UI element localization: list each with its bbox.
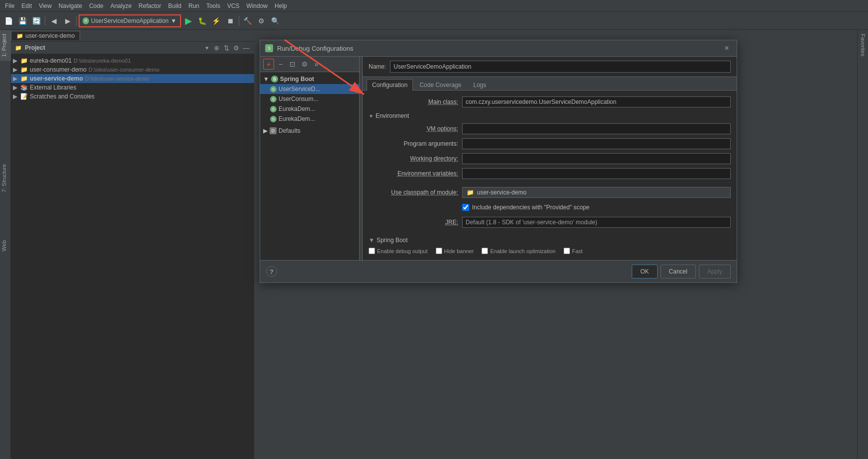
project-window-tab[interactable]: 📁 user-service-demo [11,31,80,40]
tree-item-user-consumer[interactable]: ▶ 📁 user-consumer-demo D:\idea\user-cons… [11,65,254,74]
apply-button[interactable]: Apply [699,265,731,278]
settings-icon[interactable]: ⊕ [212,44,220,52]
toolbar-forward[interactable]: ▶ [61,14,74,27]
program-args-input[interactable] [462,138,731,149]
sidebar-tab-web[interactable]: Web [0,236,11,255]
toolbar-coverage[interactable]: ⚡ [210,14,223,27]
tree-item-external-libs[interactable]: ▶ 📚 External Libraries [11,83,254,92]
config-item-eurekademo1[interactable]: S EurekaDem... [260,104,359,114]
fast-cb-item: Fast [564,248,582,254]
menu-window[interactable]: Window [243,1,271,10]
config-item-label-3: EurekaDem... [279,105,315,112]
toolbar-separator-3 [239,16,239,26]
module-icon: 📁 [467,189,474,196]
enable-launch-checkbox[interactable] [482,248,488,254]
spring-boot-section-header[interactable]: ▼ Spring Boot [369,234,731,246]
dialog-close-button[interactable]: × [722,43,732,53]
dialog-footer: ? OK Cancel Apply [260,260,737,282]
tree-item-eureka-demo01[interactable]: ▶ 📁 eureka-demo01 D:\idea\eureka-demo01 [11,56,254,65]
menu-navigate[interactable]: Navigate [56,1,85,10]
help-button[interactable]: ? [266,266,277,277]
toolbar-sync[interactable]: 🔄 [30,14,43,27]
env-vars-input[interactable] [462,168,731,179]
form-row-env-vars: Environment variables: [369,166,731,181]
gear-icon[interactable]: ⚙ [232,44,240,52]
main-layout: 1: Project 7: Structure Web 📁 user-servi… [0,30,868,459]
spring-boot-icon: S [83,17,89,24]
run-config-dropdown[interactable]: S UserServiceDemoApplication ▼ [79,14,181,27]
hide-banner-checkbox[interactable] [436,248,442,254]
more-options-button[interactable]: » [311,59,322,70]
config-item-eurekademo2[interactable]: S EurekaDem... [260,114,359,124]
classpath-module-value[interactable]: 📁 user-service-demo [462,187,731,198]
menu-vcs[interactable]: VCS [224,1,243,10]
toolbar-build[interactable]: 🔨 [241,14,254,27]
run-config-name: UserServiceDemoApplication [91,17,169,24]
config-toolbar: + − ⊡ ⚙ » [260,57,359,72]
window-tab-bar: 📁 user-service-demo [11,30,254,42]
toolbar-back[interactable]: ◀ [47,14,60,27]
copy-config-button[interactable]: ⊡ [287,59,298,70]
cancel-button[interactable]: Cancel [661,265,696,278]
tree-arrow-4: ▶ [13,84,20,91]
toolbar-new[interactable]: 📄 [2,14,15,27]
folder-icon-1: 📁 [20,57,28,64]
tree-arrow-1: ▶ [13,57,20,64]
menu-help[interactable]: Help [272,1,290,10]
enable-debug-label: Enable debug output [377,248,428,254]
classpath-label: Use classpath of module: [369,189,458,196]
name-input[interactable] [390,61,731,73]
include-deps-checkbox[interactable] [462,204,469,211]
name-row: Name: [363,57,737,77]
tab-code-coverage[interactable]: Code Coverage [414,79,467,91]
program-args-label: Program arguments: [369,140,458,147]
settings-config-button[interactable]: ⚙ [299,59,310,70]
toolbar-run-anything[interactable]: 🔍 [269,14,282,27]
toolbar-save[interactable]: 💾 [16,14,29,27]
main-class-input[interactable] [462,96,731,107]
sidebar-tab-structure[interactable]: 7: Structure [0,160,11,196]
working-dir-input[interactable] [462,153,731,164]
tree-label-service: user-service-demo [30,75,83,82]
environment-section-header[interactable]: ▼ Environment [369,109,731,121]
menu-tools[interactable]: Tools [203,1,223,10]
toolbar-stop[interactable]: ⏹ [224,14,237,27]
sidebar-tab-project[interactable]: 1: Project [0,30,11,61]
menu-code[interactable]: Code [86,1,106,10]
favorites-tab[interactable]: Favorites [859,30,867,60]
ok-button[interactable]: OK [632,265,657,278]
run-debug-dialog: S Run/Debug Configurations × + − ⊡ ⚙ » [260,40,737,283]
menu-refactor[interactable]: Refactor [136,1,164,10]
menu-edit[interactable]: Edit [18,1,35,10]
menu-file[interactable]: File [2,1,17,10]
vm-options-input[interactable] [462,123,731,134]
spring-boot-group[interactable]: ▼ S Spring Boot [260,74,359,84]
config-item-userservice[interactable]: S UserServiceD... [260,84,359,94]
menu-view[interactable]: View [36,1,55,10]
folder-tab-icon: 📁 [16,33,23,39]
toolbar-separator-2 [76,16,77,26]
add-config-button[interactable]: + [263,59,274,70]
collapse-icon[interactable]: — [242,44,250,52]
menu-analyze[interactable]: Analyze [107,1,135,10]
group-arrow: ▼ [263,76,269,83]
menu-build[interactable]: Build [165,1,185,10]
spacer-2 [369,230,731,234]
project-header-dropdown[interactable]: ▼ [204,45,209,51]
run-button[interactable]: ▶ [182,14,195,27]
toolbar-debug[interactable]: 🐛 [196,14,209,27]
toolbar-sdk[interactable]: ⚙ [255,14,268,27]
defaults-group[interactable]: ▶ D Defaults [260,126,359,136]
menu-run[interactable]: Run [186,1,202,10]
config-item-userconsumer[interactable]: S UserConsum... [260,94,359,104]
remove-config-button[interactable]: − [275,59,286,70]
fast-checkbox[interactable] [564,248,570,254]
tab-logs[interactable]: Logs [468,79,491,91]
footer-left: ? [266,266,629,277]
enable-debug-checkbox[interactable] [369,248,375,254]
tree-item-scratches[interactable]: ▶ 📝 Scratches and Consoles [11,92,254,101]
tab-configuration[interactable]: Configuration [367,79,413,91]
tree-item-user-service[interactable]: ▶ 📁 user-service-demo D:\idea\user-servi… [11,74,254,83]
sort-icon[interactable]: ⇅ [222,44,230,52]
jre-input[interactable] [462,217,731,228]
